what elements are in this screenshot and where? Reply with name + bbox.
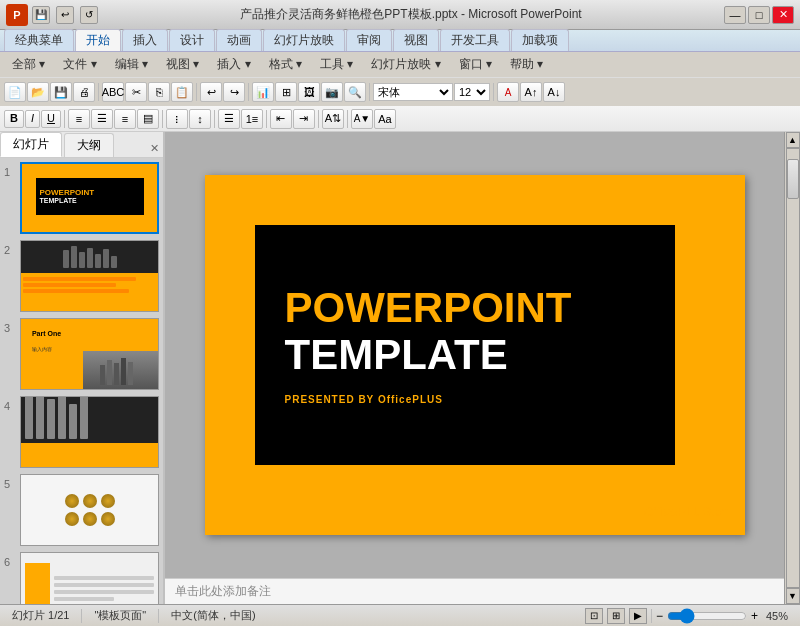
scroll-thumb[interactable] [787,159,799,199]
slide-preview-2[interactable] [20,240,159,312]
close-button[interactable]: ✕ [772,6,794,24]
open-button[interactable]: 📂 [27,82,49,102]
tab-insert[interactable]: 插入 [122,29,168,51]
coin-3 [101,494,115,508]
normal-view-button[interactable]: ⊡ [585,608,603,624]
print-button[interactable]: 🖨 [73,82,95,102]
slide-preview-5[interactable] [20,474,159,546]
slide-thumb-3[interactable]: 3 Part One 输入内容 [4,318,159,390]
figure-4 [87,248,93,268]
slide-preview-6[interactable] [20,552,159,604]
underline-button[interactable]: U [41,110,61,128]
minimize-button[interactable]: — [724,6,746,24]
bullets-button[interactable]: ☰ [218,109,240,129]
menu-slideshow2[interactable]: 幻灯片放映 ▾ [363,54,448,75]
slide-preview-3[interactable]: Part One 输入内容 [20,318,159,390]
bold-button[interactable]: B [4,110,24,128]
menu-all[interactable]: 全部 ▾ [4,54,53,75]
save-button[interactable]: 💾 [32,6,50,24]
zoom-in-button[interactable]: 🔍 [344,82,366,102]
slide-thumb-1[interactable]: 1 POWERPOINT TEMPLATE [4,162,159,234]
align-center-button[interactable]: ☰ [91,109,113,129]
font-color-button[interactable]: A [497,82,519,102]
title-bar-left: P 💾 ↩ ↺ [6,4,98,26]
tab-developer[interactable]: 开发工具 [440,29,510,51]
slide-sorter-button[interactable]: ⊞ [607,608,625,624]
numbering-button[interactable]: 1≡ [241,109,263,129]
align-left-button[interactable]: ≡ [68,109,90,129]
tab-animation[interactable]: 动画 [216,29,262,51]
main-toolbar: 📄 📂 💾 🖨 ABC ✂ ⎘ 📋 ↩ ↪ 📊 ⊞ 🖼 📷 🔍 宋体 12 A … [0,78,800,106]
redo-button[interactable]: ↺ [80,6,98,24]
cut-button[interactable]: ✂ [125,82,147,102]
highlight-button[interactable]: Aa [374,109,396,129]
font-color2-button[interactable]: A▼ [351,109,373,129]
menu-format[interactable]: 格式 ▾ [261,54,310,75]
spell-button[interactable]: ABC [102,82,124,102]
menu-file[interactable]: 文件 ▾ [55,54,104,75]
slide-preview-4[interactable] [20,396,159,468]
save-toolbar-button[interactable]: 💾 [50,82,72,102]
quick-access-toolbar: 💾 ↩ ↺ [32,6,98,24]
scroll-up-button[interactable]: ▲ [786,132,800,148]
tab-addins[interactable]: 加载项 [511,29,569,51]
undo-button[interactable]: ↩ [56,6,74,24]
slide6-background [21,553,158,604]
menu-window[interactable]: 窗口 ▾ [451,54,500,75]
figure-6 [103,249,109,268]
font-shrink-button[interactable]: A↓ [543,82,565,102]
menu-insert[interactable]: 插入 ▾ [209,54,258,75]
toolbar-sep-1 [98,83,99,101]
menu-help[interactable]: 帮助 ▾ [502,54,551,75]
font-family-select[interactable]: 宋体 [373,83,453,101]
scroll-down-button[interactable]: ▼ [786,588,800,604]
table-button[interactable]: ⊞ [275,82,297,102]
tab-slideshow[interactable]: 幻灯片放映 [263,29,345,51]
line-spacing-button[interactable]: ↕ [189,109,211,129]
text-dir-button[interactable]: A⇅ [322,109,344,129]
paste-button[interactable]: 📋 [171,82,193,102]
language-status: 中文(简体，中国) [167,608,259,623]
slide-preview-1[interactable]: POWERPOINT TEMPLATE [20,162,159,234]
camera-button[interactable]: 📷 [321,82,343,102]
chart-button[interactable]: 📊 [252,82,274,102]
window-controls: — □ ✕ [724,6,794,24]
new-button[interactable]: 📄 [4,82,26,102]
align-right-button[interactable]: ≡ [114,109,136,129]
tab-home[interactable]: 开始 [75,29,121,51]
undo-toolbar-button[interactable]: ↩ [200,82,222,102]
slide-thumb-6[interactable]: 6 [4,552,159,604]
italic-button[interactable]: I [25,110,40,128]
tab-design[interactable]: 设计 [169,29,215,51]
indent-increase-button[interactable]: ⇥ [293,109,315,129]
zoom-out-button[interactable]: − [656,609,663,623]
redo-toolbar-button[interactable]: ↪ [223,82,245,102]
notes-area[interactable]: 单击此处添加备注 [165,578,784,604]
zoom-in-status-button[interactable]: + [751,609,758,623]
maximize-button[interactable]: □ [748,6,770,24]
menu-edit[interactable]: 编辑 ▾ [107,54,156,75]
picture-button[interactable]: 🖼 [298,82,320,102]
slide-thumb-4[interactable]: 4 [4,396,159,468]
copy-button[interactable]: ⎘ [148,82,170,102]
font-size-select[interactable]: 12 [454,83,490,101]
tab-outline[interactable]: 大纲 [64,133,114,157]
main-slide[interactable]: POWERPOINT TEMPLATE PRESENTED BY OfficeP… [205,175,745,535]
zoom-slider[interactable] [667,610,747,622]
menu-tools[interactable]: 工具 ▾ [312,54,361,75]
office-logo-icon[interactable]: P [6,4,28,26]
tab-slides[interactable]: 幻灯片 [0,132,62,157]
justify-button[interactable]: ▤ [137,109,159,129]
menu-view[interactable]: 视图 ▾ [158,54,207,75]
slide-thumb-5[interactable]: 5 [4,474,159,546]
tab-view[interactable]: 视图 [393,29,439,51]
panel-close-button[interactable]: ✕ [150,142,159,155]
columns-button[interactable]: ⫶ [166,109,188,129]
font-grow-button[interactable]: A↑ [520,82,542,102]
slide-thumb-2[interactable]: 2 [4,240,159,312]
tab-review[interactable]: 审阅 [346,29,392,51]
slide-show-button[interactable]: ▶ [629,608,647,624]
tab-classic-menu[interactable]: 经典菜单 [4,29,74,51]
slide2-line3 [23,289,129,293]
indent-decrease-button[interactable]: ⇤ [270,109,292,129]
